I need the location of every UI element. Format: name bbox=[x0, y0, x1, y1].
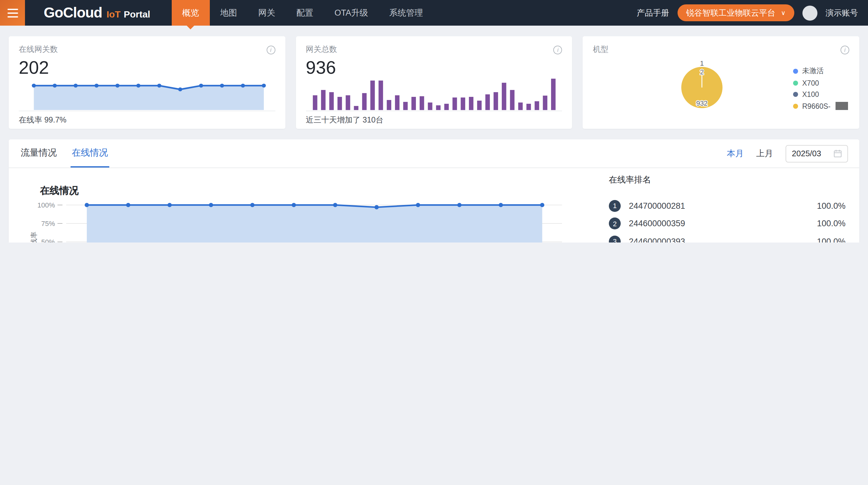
this-month-button[interactable]: 本月 bbox=[727, 148, 744, 159]
card-title: 在线网关数 bbox=[19, 45, 58, 55]
card-title: 网关总数 bbox=[306, 45, 337, 55]
legend-item: 未激活 bbox=[793, 66, 848, 76]
svg-text:932: 932 bbox=[696, 99, 708, 107]
info-icon[interactable]: i bbox=[554, 45, 562, 54]
last-month-button[interactable]: 上月 bbox=[756, 148, 773, 159]
info-icon[interactable]: i bbox=[840, 45, 849, 54]
top-nav-bar: GoCloud IoT Portal 概览地图网关配置OTA升级系统管理 产品手… bbox=[0, 0, 868, 26]
legend-dot-icon bbox=[793, 92, 798, 97]
card-total-gateways: 网关总数 i 936 近三十天增加了 310台 bbox=[296, 36, 572, 129]
legend-label: X700 bbox=[802, 79, 819, 87]
legend-dot-icon bbox=[793, 81, 798, 86]
legend-item: X100 bbox=[793, 91, 848, 98]
calendar-icon bbox=[834, 149, 842, 158]
stat-cards-row: 在线网关数 i 202 在线率 99.7% 网关总数 i 936 近三十天增加了… bbox=[9, 36, 859, 129]
online-rate-area-chart: 100%75%50%25%0%03/0103/0203/0303/0403/05… bbox=[18, 193, 592, 242]
models-pie-chart: 12932 bbox=[671, 60, 734, 120]
legend-label: R9660S- bbox=[802, 102, 831, 110]
rank-badge: 2 bbox=[609, 218, 621, 230]
logo: GoCloud IoT Portal bbox=[44, 4, 150, 21]
nav-item-地图[interactable]: 地图 bbox=[210, 0, 248, 26]
gateway-id: 244700000281 bbox=[629, 201, 685, 210]
online-rate-value: 100.0% bbox=[817, 201, 845, 210]
legend-item: R9660S- bbox=[793, 102, 848, 110]
svg-text:在线率: 在线率 bbox=[30, 232, 38, 242]
online-rate-value: 100.0% bbox=[817, 219, 845, 228]
panel-tab-bar: 流量情况在线情况 本月 上月 2025/03 bbox=[9, 139, 859, 168]
legend-dot-icon bbox=[793, 104, 798, 109]
online-gateways-count: 202 bbox=[19, 57, 275, 79]
platform-name: 锐谷智联工业物联云平台 bbox=[686, 7, 775, 19]
nav-item-配置[interactable]: 配置 bbox=[286, 0, 324, 26]
legend-label: 未激活 bbox=[802, 66, 824, 76]
avatar[interactable] bbox=[802, 5, 817, 20]
ranking-title: 在线率排名 bbox=[609, 174, 845, 186]
app-root: GoCloud IoT Portal 概览地图网关配置OTA升级系统管理 产品手… bbox=[0, 0, 868, 242]
main-nav: 概览地图网关配置OTA升级系统管理 bbox=[172, 0, 434, 26]
period-controls: 本月 上月 2025/03 bbox=[727, 139, 848, 168]
online-rate-footer: 在线率 99.7% bbox=[19, 111, 275, 129]
tab-流量情况[interactable]: 流量情况 bbox=[19, 139, 58, 168]
panel-tabs: 流量情况在线情况 bbox=[19, 139, 109, 168]
ranking-row: 2244600000359100.0% bbox=[609, 215, 845, 232]
ranking-row: 1244700000281100.0% bbox=[609, 197, 845, 215]
account-name: 演示账号 bbox=[826, 7, 858, 19]
total-gateways-count: 936 bbox=[306, 57, 562, 79]
menu-button[interactable] bbox=[0, 0, 25, 26]
svg-text:75%: 75% bbox=[41, 220, 55, 228]
svg-text:50%: 50% bbox=[41, 238, 55, 242]
header-right: 产品手册 锐谷智联工业物联云平台 ∨ 演示账号 bbox=[637, 0, 868, 26]
redaction-block bbox=[836, 102, 848, 110]
online-rate-ranking: 在线率排名 1244700000281100.0%224460000035910… bbox=[609, 174, 845, 242]
total-gateways-bar-chart bbox=[311, 76, 557, 111]
legend-label: X100 bbox=[802, 91, 819, 98]
nav-item-系统管理[interactable]: 系统管理 bbox=[379, 0, 434, 26]
nav-item-网关[interactable]: 网关 bbox=[248, 0, 286, 26]
nav-item-概览[interactable]: 概览 bbox=[172, 0, 210, 26]
total-growth-footer: 近三十天增加了 310台 bbox=[306, 111, 562, 129]
chevron-down-icon: ∨ bbox=[781, 10, 785, 16]
svg-text:2: 2 bbox=[700, 68, 704, 76]
tab-在线情况[interactable]: 在线情况 bbox=[70, 139, 109, 168]
logo-name: GoCloud bbox=[44, 4, 102, 21]
legend-item: X700 bbox=[793, 79, 848, 87]
platform-select-button[interactable]: 锐谷智联工业物联云平台 ∨ bbox=[677, 4, 794, 21]
detail-panel: 流量情况在线情况 本月 上月 2025/03 在线情况 100%75%50%25… bbox=[9, 139, 859, 242]
ranking-row: 3244600000393100.0% bbox=[609, 232, 845, 242]
gateway-id: 244600000393 bbox=[629, 237, 685, 243]
nav-item-OTA升级[interactable]: OTA升级 bbox=[324, 0, 379, 26]
online-rate-value: 100.0% bbox=[817, 237, 845, 243]
online-sparkline-chart bbox=[31, 81, 266, 111]
month-picker-input[interactable]: 2025/03 bbox=[785, 145, 848, 162]
svg-text:100%: 100% bbox=[37, 201, 55, 209]
logo-iot: IoT bbox=[106, 9, 121, 19]
models-legend: 未激活X700X100R9660S- bbox=[793, 66, 848, 114]
rank-badge: 1 bbox=[609, 200, 621, 212]
card-title: 机型 bbox=[593, 45, 609, 55]
svg-text:1: 1 bbox=[700, 60, 704, 67]
hamburger-icon bbox=[7, 8, 18, 17]
month-picker-value: 2025/03 bbox=[792, 149, 821, 158]
logo-portal: Portal bbox=[124, 9, 150, 19]
gateway-id: 244600000359 bbox=[629, 219, 685, 228]
rank-badge: 3 bbox=[609, 236, 621, 243]
legend-dot-icon bbox=[793, 68, 798, 74]
info-icon[interactable]: i bbox=[266, 45, 275, 54]
card-models: 机型 i 12932 未激活X700X100R9660S- bbox=[583, 36, 859, 129]
product-manual-link[interactable]: 产品手册 bbox=[637, 7, 669, 19]
card-online-gateways: 在线网关数 i 202 在线率 99.7% bbox=[9, 36, 285, 129]
